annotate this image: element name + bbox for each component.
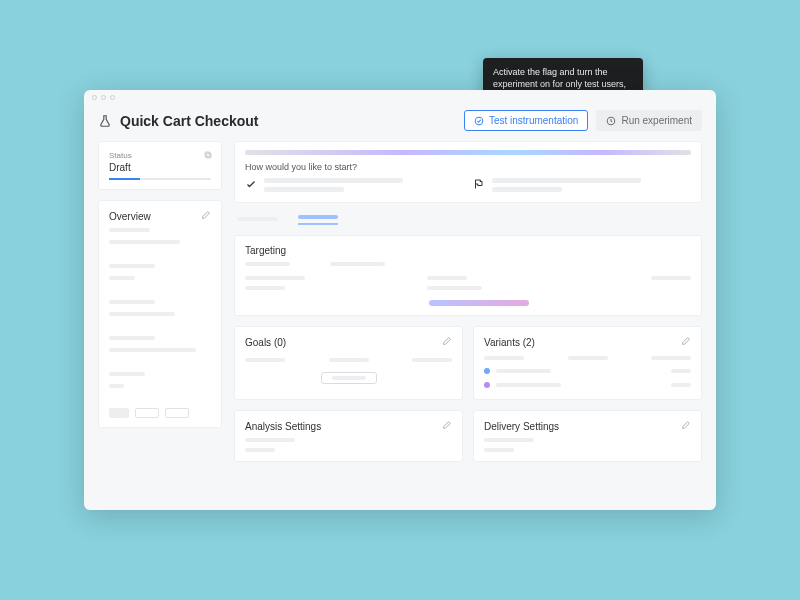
check-circle-icon [474,116,484,126]
targeting-title: Targeting [245,245,286,256]
start-card: How would you like to start? [234,141,702,203]
overview-body [109,228,211,418]
bullet-icon [484,368,490,374]
check-icon [245,178,257,190]
overview-card: Overview [98,200,222,428]
status-label: Status [109,151,211,160]
overview-title: Overview [109,211,151,222]
pencil-icon[interactable] [681,336,691,348]
flask-icon [98,114,112,128]
pencil-icon[interactable] [442,336,452,348]
delivery-settings-card: Delivery Settings [473,410,702,462]
body: Status Draft Overview [84,141,716,510]
traffic-light-close[interactable] [92,95,97,100]
test-instrumentation-button[interactable]: Test instrumentation [464,110,589,131]
header-left: Quick Cart Checkout [98,113,258,129]
start-prompt: How would you like to start? [245,162,691,172]
page-title: Quick Cart Checkout [120,113,258,129]
window-titlebar [84,90,716,104]
gradient-bar [245,150,691,155]
test-instrumentation-label: Test instrumentation [489,115,579,126]
delivery-title: Delivery Settings [484,421,559,432]
svg-rect-3 [205,152,210,157]
gradient-pill [429,300,529,306]
add-goal-pill[interactable] [321,372,377,384]
header-actions: Test instrumentation Run experiment [464,110,702,131]
status-value: Draft [109,162,211,173]
page-header: Quick Cart Checkout Test instrumentation… [84,104,716,141]
variant-row-2 [484,382,691,388]
traffic-light-zoom[interactable] [110,95,115,100]
goals-title: Goals (0) [245,337,286,348]
start-option-check[interactable] [245,178,463,192]
status-progress-track [109,178,211,180]
copy-icon[interactable] [203,150,213,162]
start-options [245,178,691,192]
sidebar: Status Draft Overview [98,141,222,496]
run-experiment-label: Run experiment [621,115,692,126]
status-progress-fill [109,178,140,180]
main-column: How would you like to start? [234,141,702,496]
bullet-icon [484,382,490,388]
variant-row-1 [484,368,691,374]
targeting-card: Targeting [234,235,702,316]
goals-card: Goals (0) [234,326,463,400]
analysis-settings-card: Analysis Settings [234,410,463,462]
pencil-icon[interactable] [681,420,691,432]
pencil-icon[interactable] [201,210,211,222]
flag-icon [473,178,485,190]
status-card: Status Draft [98,141,222,190]
settings-row: Analysis Settings Delivery Settings [234,410,702,462]
svg-rect-2 [206,153,211,158]
goals-variants-row: Goals (0) Variants (2) [234,326,702,400]
tabs [234,213,702,225]
run-experiment-button[interactable]: Run experiment [596,110,702,131]
tab-2-active[interactable] [298,213,338,225]
variants-title: Variants (2) [484,337,535,348]
pencil-icon[interactable] [442,420,452,432]
variants-card: Variants (2) [473,326,702,400]
analysis-title: Analysis Settings [245,421,321,432]
clock-icon [606,116,616,126]
app-window: Quick Cart Checkout Test instrumentation… [84,90,716,510]
start-option-flag[interactable] [473,178,691,192]
tab-1[interactable] [238,213,278,225]
traffic-light-minimize[interactable] [101,95,106,100]
